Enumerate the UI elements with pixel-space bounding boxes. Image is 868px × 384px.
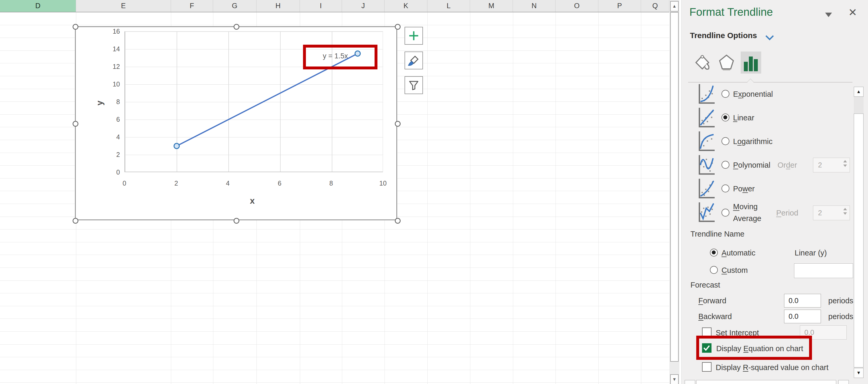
radio-moving-average[interactable] (721, 209, 730, 217)
linear-trend-icon (697, 106, 716, 129)
section-chevron-down-icon[interactable] (765, 35, 774, 40)
funnel-icon (408, 79, 420, 91)
scroll-up-button[interactable]: ▲ (670, 1, 679, 11)
format-trendline-pane: Format Trendline ✕ Trendline Options (681, 0, 868, 384)
radio-polynomial[interactable] (721, 161, 730, 169)
pane-scroll-down-button[interactable]: ▼ (854, 368, 864, 378)
automatic-label[interactable]: Automatic (721, 249, 755, 257)
x-tick: 8 (323, 180, 339, 187)
column-header-i[interactable]: I (300, 0, 342, 12)
y-tick: 8 (104, 98, 120, 106)
radio-automatic[interactable] (710, 249, 718, 257)
x-tick: 4 (220, 180, 236, 187)
custom-name-input[interactable] (794, 263, 853, 278)
automatic-name-value: Linear (y) (795, 249, 827, 257)
chart-resize-handle[interactable] (72, 121, 79, 127)
moving-average-trend-icon (697, 201, 716, 223)
forecast-heading: Forecast (690, 281, 720, 289)
backward-label: Backward (699, 312, 732, 321)
pane-scrollbar-thumb[interactable] (854, 114, 864, 367)
tab-fill-line[interactable] (692, 52, 713, 73)
column-header-o[interactable]: O (556, 0, 598, 12)
forward-input[interactable]: 0.0 (784, 294, 821, 308)
x-axis-title[interactable]: x (250, 196, 255, 206)
y-axis-title[interactable]: y (95, 101, 105, 105)
trend-option-moving-average[interactable]: Moving Average Period 2 (682, 198, 868, 228)
column-header-n[interactable]: N (513, 0, 556, 12)
chart-styles-button[interactable] (405, 52, 423, 69)
column-header-m[interactable]: M (470, 0, 513, 12)
chart-resize-handle[interactable] (395, 218, 401, 224)
pane-scroll-left-button[interactable]: ◄ (685, 380, 695, 384)
chart-resize-handle[interactable] (72, 218, 79, 224)
column-header-j[interactable]: J (342, 0, 384, 12)
column-header-f[interactable]: F (171, 0, 213, 12)
pane-scroll-up-button[interactable]: ▲ (854, 87, 864, 97)
column-header-q[interactable]: Q (641, 0, 670, 12)
order-spinner[interactable]: 2 (813, 158, 850, 172)
forward-unit: periods (828, 296, 853, 305)
column-header-d[interactable]: D (0, 0, 76, 12)
power-trend-icon (697, 177, 716, 200)
option-label: Linear (733, 114, 754, 122)
column-header-k[interactable]: K (384, 0, 427, 12)
trend-option-linear[interactable]: Linear (682, 106, 868, 130)
paintbrush-icon (407, 54, 420, 67)
display-r-squared-label: Display R-squared value on chart (716, 363, 829, 372)
custom-label[interactable]: Custom (721, 266, 748, 275)
column-header-g[interactable]: G (213, 0, 256, 12)
display-equation-highlight-box (696, 335, 812, 360)
chart-resize-handle[interactable] (395, 121, 401, 127)
trend-option-exponential[interactable]: Exponential (682, 83, 868, 106)
period-value: 2 (818, 209, 822, 217)
chart-filters-button[interactable] (405, 76, 423, 94)
data-point-marker[interactable] (174, 143, 179, 149)
pane-close-icon[interactable]: ✕ (848, 6, 857, 19)
option-label: Exponential (733, 90, 773, 99)
trend-option-logarithmic[interactable]: Logarithmic (682, 130, 868, 154)
exponential-trend-icon (697, 83, 716, 105)
column-header-l[interactable]: L (427, 0, 470, 12)
radio-custom[interactable] (710, 266, 718, 274)
chart-resize-handle[interactable] (395, 24, 401, 30)
radio-power[interactable] (721, 185, 730, 192)
spinner-arrows-icon[interactable] (843, 208, 847, 215)
sheet-vertical-scrollbar[interactable]: ▲ ▼ (670, 0, 679, 384)
scrollbar-thumb[interactable] (670, 12, 679, 362)
chart-elements-button[interactable] (405, 27, 423, 45)
polynomial-trend-icon (697, 154, 716, 176)
backward-input[interactable]: 0.0 (784, 310, 821, 323)
plus-icon (408, 31, 419, 41)
chart-resize-handle[interactable] (234, 24, 239, 30)
y-tick: 10 (104, 81, 120, 88)
y-tick: 4 (104, 133, 120, 141)
chart-resize-handle[interactable] (72, 24, 79, 30)
trend-option-power[interactable]: Power (682, 177, 868, 201)
option-label: Power (733, 185, 755, 193)
period-label: Period (776, 209, 798, 217)
column-header-p[interactable]: P (598, 0, 641, 12)
logarithmic-trend-icon (697, 130, 716, 153)
y-tick: 0 (104, 168, 120, 176)
trendline-options-heading[interactable]: Trendline Options (690, 31, 757, 40)
x-tick: 0 (117, 180, 132, 187)
pane-menu-chevron-down-icon[interactable] (825, 12, 832, 17)
display-r-squared-checkbox[interactable] (702, 362, 712, 372)
chart-resize-handle[interactable] (234, 218, 239, 224)
tab-effects[interactable] (716, 52, 737, 73)
spinner-arrows-icon[interactable] (843, 160, 847, 167)
radio-exponential[interactable] (721, 90, 730, 98)
column-header-e[interactable]: E (76, 0, 171, 12)
pane-hscrollbar-track[interactable] (696, 380, 836, 384)
radio-linear[interactable] (721, 114, 730, 121)
column-header-h[interactable]: H (256, 0, 300, 12)
order-label: Order (777, 161, 797, 169)
backward-unit: periods (828, 312, 853, 321)
tab-trendline-options[interactable] (741, 52, 761, 73)
period-spinner[interactable]: 2 (813, 205, 850, 220)
order-value: 2 (818, 161, 822, 169)
pane-scroll-right-button[interactable]: ► (838, 380, 849, 384)
radio-logarithmic[interactable] (721, 137, 730, 145)
trend-option-polynomial[interactable]: Polynomial Order 2 (682, 154, 868, 177)
scroll-down-button[interactable]: ▼ (670, 374, 679, 384)
